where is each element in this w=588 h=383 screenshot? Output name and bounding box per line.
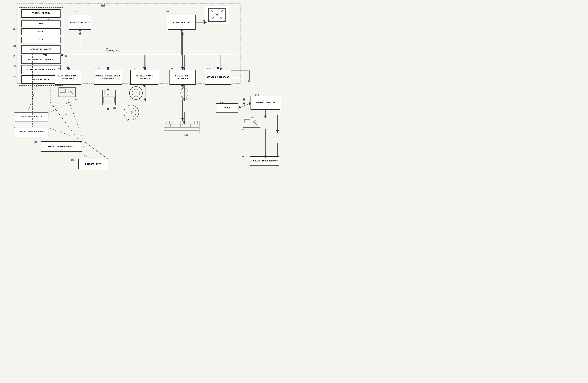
svg-line-156 xyxy=(84,141,108,159)
modem-box: MODEM xyxy=(216,103,238,113)
ref-120: 120 xyxy=(63,114,67,116)
svg-rect-56 xyxy=(60,89,65,93)
operating-system-top-box: OPERATING SYSTEM xyxy=(21,45,61,54)
application-programs-remote-box: APPLICATION PROGRAMS xyxy=(250,156,279,166)
hard-disk-svg xyxy=(58,86,76,98)
ref-106: 106 xyxy=(104,48,108,50)
floppy-disk-svg xyxy=(102,89,116,106)
remote-hdd-svg xyxy=(242,116,261,129)
svg-point-71 xyxy=(124,105,139,120)
ref-134-top: 134 xyxy=(13,55,16,57)
application-programs-top-box: APPLICATION PROGRAMS xyxy=(21,55,61,64)
operating-system-bottom-box: OPERATING SYSTEM xyxy=(15,112,48,121)
ref-138-bottom: 138 xyxy=(71,159,75,161)
svg-marker-119 xyxy=(67,67,69,70)
serial-port-interface-box: SERIAL PORT INTERFACE xyxy=(169,70,196,85)
svg-marker-123 xyxy=(143,67,146,70)
svg-line-45 xyxy=(45,127,71,136)
svg-point-69 xyxy=(132,89,140,97)
ref-102: 102 xyxy=(74,10,77,13)
ref-134-bottom: 134 xyxy=(11,127,15,129)
magnetic-disk-drive-interface-box: MAGNETIC DISK DRIVE INTERFACE xyxy=(94,70,122,85)
ref-118: 118 xyxy=(113,107,116,109)
hard-disk-drive-interface-box: HARD DISK DRIVE INTERFACE xyxy=(55,70,81,85)
program-data-top-box: PROGRAM DATA xyxy=(21,75,61,84)
ref-126: 126 xyxy=(58,67,62,70)
other-program-modules-bottom-box: OTHER PROGRAM MODULES xyxy=(41,141,82,152)
network-interface-box: NETWORK INTERFACE xyxy=(205,70,231,85)
svg-marker-5 xyxy=(181,32,184,34)
svg-marker-23 xyxy=(107,108,109,111)
ref-114: 114 xyxy=(13,28,16,30)
svg-marker-142 xyxy=(243,103,245,105)
keyboard-icon xyxy=(163,119,200,134)
svg-line-155 xyxy=(68,98,84,141)
bios-box: BIOS xyxy=(21,28,61,35)
monitor-icon xyxy=(208,7,226,22)
svg-rect-66 xyxy=(103,97,115,103)
svg-marker-32 xyxy=(243,98,245,101)
svg-rect-105 xyxy=(244,119,250,123)
svg-marker-38 xyxy=(276,130,279,133)
svg-marker-121 xyxy=(107,67,109,70)
ref-132-bottom: 132 xyxy=(11,112,15,114)
video-adaptor-box: VIDEO ADAPTOR xyxy=(168,15,196,30)
ref-116: 116 xyxy=(74,98,77,101)
diagram: 100 SYSTEM MEMORY 110 ROM 114 BIOS 112 R… xyxy=(0,0,294,192)
ref-100: 100 xyxy=(101,4,105,7)
svg-point-70 xyxy=(135,92,137,94)
monitor-box xyxy=(205,6,229,24)
svg-point-106 xyxy=(253,120,257,125)
ref-158: 158 xyxy=(207,67,210,70)
keyboard-svg xyxy=(163,119,200,134)
svg-marker-3 xyxy=(79,32,81,34)
cd-rom-icon xyxy=(123,104,140,121)
svg-point-107 xyxy=(254,122,256,123)
svg-point-57 xyxy=(68,90,73,94)
ref-134-remote: 134 xyxy=(240,155,244,157)
ref-148: 148 xyxy=(166,10,169,13)
svg-point-68 xyxy=(129,87,143,99)
ram-box: RAM xyxy=(21,37,61,43)
cd-rom-svg xyxy=(123,104,140,121)
system-bus-label: SYSTEM BUS xyxy=(106,50,120,53)
optical-disc-icon xyxy=(128,86,143,100)
program-data-bottom-box: PROGRAM DATA xyxy=(78,159,108,169)
floppy-disk-icon xyxy=(102,89,116,106)
svg-point-73 xyxy=(130,112,132,114)
svg-marker-125 xyxy=(181,67,184,70)
ref-128: 128 xyxy=(95,67,99,70)
svg-marker-135 xyxy=(143,85,146,87)
ref-140: 140 xyxy=(184,134,188,136)
ref-138-top: 138 xyxy=(13,75,16,77)
svg-point-58 xyxy=(70,91,71,93)
hard-disk-icon xyxy=(58,86,76,98)
system-memory-label-box: SYSTEM MEMORY xyxy=(21,9,61,18)
ref-130: 130 xyxy=(132,67,136,70)
mouse-icon xyxy=(178,86,191,98)
remote-hdd-icon xyxy=(242,116,261,129)
optical-drive-interface-box: OPTICAL DRIVE INTERFACE xyxy=(130,70,158,85)
rom-box: ROM xyxy=(21,20,61,27)
ref-136-bottom: 136 xyxy=(34,141,37,143)
svg-marker-127 xyxy=(217,67,219,70)
remote-computer-box: REMOTE COMPUTER xyxy=(251,96,280,110)
application-programs-bottom-box: APPLICATION PROGRAMS xyxy=(15,127,48,136)
svg-point-67 xyxy=(107,98,111,102)
ref-144: 144 xyxy=(169,67,173,70)
svg-rect-78 xyxy=(164,121,199,133)
svg-line-143 xyxy=(238,103,251,108)
ref-154: 154 xyxy=(248,80,252,82)
svg-rect-65 xyxy=(107,91,109,95)
svg-point-72 xyxy=(127,108,136,117)
ref-104: 104 xyxy=(65,55,68,57)
svg-marker-25 xyxy=(144,98,147,101)
other-program-modules-top-box: OTHER PROGRAM MODULES xyxy=(21,65,61,74)
ref-142: 142 xyxy=(184,98,188,101)
processing-unit-box: PROCESSING UNIT xyxy=(69,15,91,30)
ref-136-top: 136 xyxy=(13,65,16,67)
optical-disc-svg xyxy=(128,86,143,100)
mouse-svg xyxy=(178,86,191,98)
svg-marker-144 xyxy=(238,106,241,108)
svg-marker-147 xyxy=(264,116,267,118)
